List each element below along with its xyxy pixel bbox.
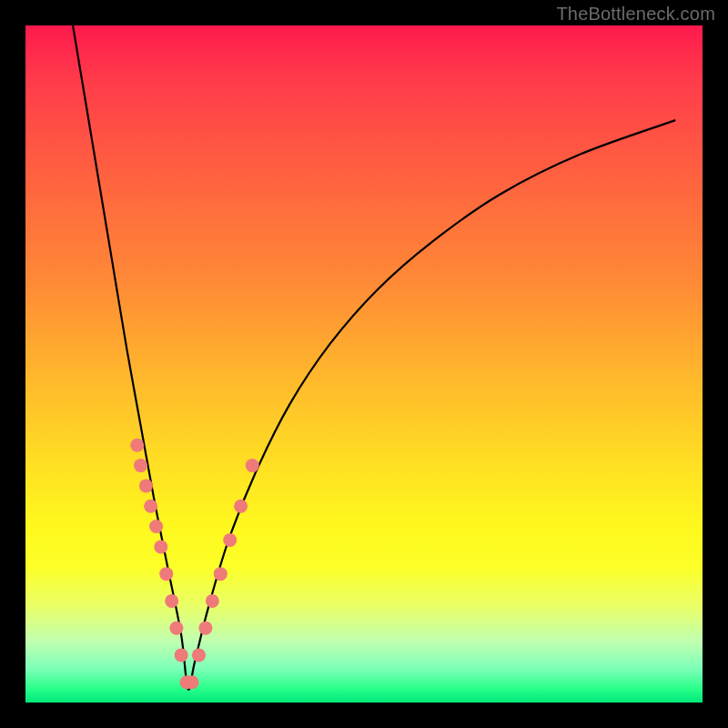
data-point — [192, 648, 206, 662]
data-point — [175, 648, 188, 662]
data-point — [139, 479, 153, 492]
watermark-text: TheBottleneck.com — [556, 4, 715, 25]
chart-area — [25, 25, 703, 703]
data-point — [186, 675, 199, 689]
data-point — [214, 567, 228, 581]
data-point — [149, 520, 163, 533]
data-point — [206, 594, 219, 608]
bottleneck-plot — [25, 25, 703, 703]
data-point — [246, 459, 259, 472]
data-point — [154, 540, 167, 553]
data-point — [159, 567, 173, 581]
data-point — [165, 594, 178, 608]
data-point — [234, 500, 248, 513]
data-point — [198, 622, 212, 635]
data-point — [130, 439, 144, 452]
bottleneck-curve — [73, 25, 675, 690]
data-point — [223, 533, 237, 547]
data-point — [144, 500, 157, 513]
data-point — [169, 622, 183, 635]
data-point — [134, 459, 147, 472]
